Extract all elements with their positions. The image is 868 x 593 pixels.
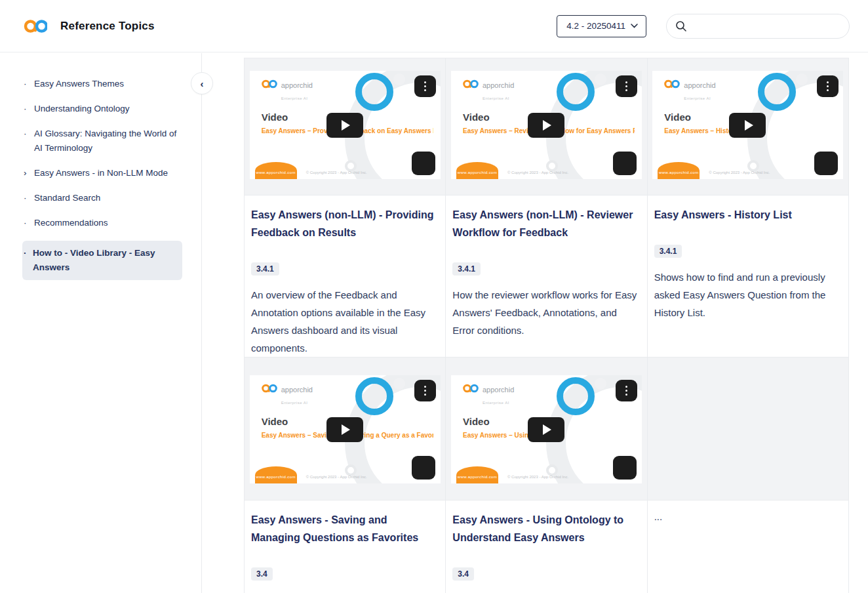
sidebar-item-4[interactable]: ·Standard Search	[24, 191, 184, 205]
decor-blue-ring	[557, 377, 595, 415]
video-menu-button[interactable]	[414, 380, 436, 401]
copyright-text: © Copyright 2023 - App Orchid Inc.	[507, 475, 568, 479]
version-dropdown[interactable]: 4.2 - 20250411	[557, 15, 646, 37]
site-url: www.apporchid.com	[256, 475, 296, 483]
video-menu-button[interactable]	[817, 75, 838, 97]
apporchid-logo-icon	[463, 383, 479, 394]
video-menu-button[interactable]	[616, 75, 637, 97]
play-icon	[543, 120, 551, 131]
apporchid-brand: apporchid Enterprise AI	[664, 79, 715, 102]
decor-orange-dome: www.apporchid.com	[456, 466, 498, 483]
sidebar-item-1[interactable]: ·Understanding Ontology	[24, 102, 184, 116]
copyright-text: © Copyright 2023 - App Orchid Inc.	[306, 171, 367, 174]
video-title: Easy Answers - History List	[654, 206, 842, 224]
video-thumbnail-area: apporchid Enterprise AI Video Easy Answe…	[648, 58, 848, 195]
play-button[interactable]	[528, 417, 564, 442]
site-url: www.apporchid.com	[458, 475, 498, 483]
video-card-body: Easy Answers (non-LLM) - Reviewer Workfl…	[446, 195, 646, 339]
video-title: Easy Answers (non-LLM) - Providing Feedb…	[251, 206, 439, 241]
apporchid-logo-icon	[262, 383, 277, 394]
video-card: apporchid Enterprise AI Video Easy Answe…	[648, 58, 849, 358]
copyright-text: © Copyright 2023 - App Orchid Inc.	[306, 475, 367, 479]
decor-gray-dot	[595, 73, 606, 85]
play-icon	[342, 120, 350, 131]
video-menu-button[interactable]	[616, 380, 637, 401]
video-thumbnail[interactable]: apporchid Enterprise AI Video Easy Answe…	[451, 375, 642, 483]
sidebar-item-0[interactable]: ·Easy Answers Themes	[24, 77, 184, 91]
brand-subtitle: Enterprise AI	[684, 96, 711, 100]
sidebar-item-6[interactable]: ·How to - Video Library - Easy Answers	[22, 241, 182, 280]
version-badge: 3.4.1	[251, 262, 279, 276]
brand-name: apporchid	[684, 81, 715, 89]
search-bar[interactable]	[666, 14, 850, 39]
sidebar-item-label: AI Glossary: Navigating the World of AI …	[34, 129, 176, 153]
video-label: Video	[463, 416, 490, 427]
sidebar-item-label: Standard Search	[34, 193, 100, 203]
sidebar-collapse-button[interactable]: ‹	[191, 72, 213, 94]
video-label: Video	[664, 112, 691, 123]
video-card-body: Easy Answers - Saving and Managing Quest…	[245, 501, 445, 593]
video-label: Video	[463, 112, 490, 123]
bullet-icon: ·	[24, 127, 27, 141]
apporchid-logo-icon	[262, 79, 277, 89]
decor-blue-ring	[557, 73, 595, 111]
play-button[interactable]	[528, 113, 564, 138]
copyright-text: © Copyright 2023 - App Orchid Inc.	[507, 171, 568, 174]
version-badge: 3.4.1	[654, 245, 682, 258]
brand-name: apporchid	[483, 386, 514, 394]
play-button[interactable]	[729, 113, 766, 138]
decor-orange-dome: www.apporchid.com	[456, 162, 498, 179]
play-button[interactable]	[326, 113, 363, 138]
page-title: Reference Topics	[60, 20, 155, 33]
version-badge: 3.4.1	[452, 262, 481, 276]
bullet-icon: ·	[24, 77, 27, 91]
sidebar-item-label: Easy Answers Themes	[34, 79, 124, 89]
sidebar-item-3[interactable]: ›Easy Answers - in Non-LLM Mode	[24, 166, 184, 180]
main-content: apporchid Enterprise AI Video Easy Answe…	[202, 53, 868, 593]
thumbnail-back-button[interactable]	[613, 152, 637, 175]
video-menu-button[interactable]	[414, 75, 436, 97]
bullet-icon: ·	[24, 191, 27, 205]
decor-blue-ring	[758, 73, 796, 111]
video-card-body: Easy Answers - Using Ontology to Underst…	[446, 501, 646, 593]
decor-orange-dome: www.apporchid.com	[658, 162, 700, 179]
play-button[interactable]	[326, 417, 363, 442]
thumbnail-back-button[interactable]	[412, 152, 435, 175]
brand-name: apporchid	[281, 81, 313, 89]
sidebar: ·Easy Answers Themes·Understanding Ontol…	[0, 53, 202, 593]
site-url: www.apporchid.com	[659, 171, 699, 179]
version-badge: 3.4	[251, 567, 273, 581]
video-thumbnail-area: apporchid Enterprise AI Video Easy Answe…	[245, 358, 445, 501]
sidebar-item-2[interactable]: ·AI Glossary: Navigating the World of AI…	[24, 127, 184, 155]
apporchid-logo-icon	[664, 79, 680, 89]
thumbnail-back-button[interactable]	[613, 456, 637, 480]
video-card: apporchid Enterprise AI Video Easy Answe…	[245, 358, 446, 593]
play-icon	[745, 120, 753, 131]
play-icon	[543, 424, 551, 435]
video-cards-grid: apporchid Enterprise AI Video Easy Answe…	[244, 58, 849, 593]
apporchid-logo[interactable]	[24, 18, 47, 35]
video-card: apporchid Enterprise AI Video Easy Answe…	[446, 358, 647, 593]
chevron-down-icon	[631, 24, 638, 28]
decor-orange-dome: www.apporchid.com	[255, 162, 297, 179]
video-title: Easy Answers (non-LLM) - Reviewer Workfl…	[452, 206, 640, 241]
search-icon	[675, 20, 687, 32]
empty-thumbnail-area	[648, 358, 848, 501]
video-card: apporchid Enterprise AI Video Easy Answe…	[446, 58, 647, 358]
brand-name: apporchid	[281, 386, 313, 394]
sidebar-item-5[interactable]: ·Recommendations	[24, 216, 184, 230]
thumbnail-back-button[interactable]	[814, 152, 838, 175]
decor-orange-dome: www.apporchid.com	[255, 466, 297, 483]
apporchid-brand: apporchid Enterprise AI	[463, 79, 514, 102]
video-thumbnail[interactable]: apporchid Enterprise AI Video Easy Answe…	[250, 375, 441, 483]
search-input[interactable]	[693, 21, 841, 31]
video-thumbnail[interactable]: apporchid Enterprise AI Video Easy Answe…	[652, 71, 843, 179]
thumbnail-back-button[interactable]	[412, 456, 435, 480]
video-thumbnail[interactable]: apporchid Enterprise AI Video Easy Answe…	[451, 71, 642, 179]
video-description: Shows how to find and run a previously a…	[654, 268, 842, 321]
video-card-body: Easy Answers - History List 3.4.1 Shows …	[648, 195, 848, 321]
apporchid-logo-icon	[24, 18, 47, 35]
brand-subtitle: Enterprise AI	[281, 96, 308, 100]
site-url: www.apporchid.com	[458, 171, 498, 179]
video-thumbnail[interactable]: apporchid Enterprise AI Video Easy Answe…	[250, 71, 441, 179]
